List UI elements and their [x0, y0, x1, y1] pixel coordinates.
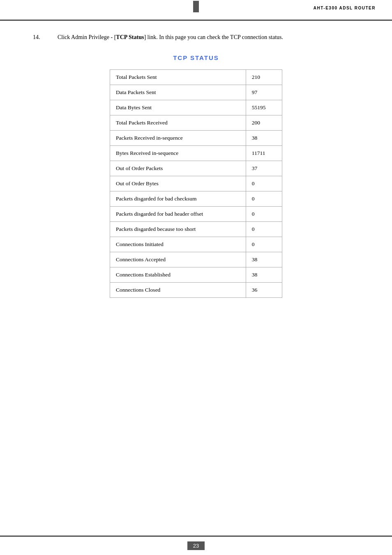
row-label: Connections Closed — [110, 283, 246, 298]
instruction-text: Click Admin Privilege - [TCP Status] lin… — [58, 33, 359, 42]
row-label: Out of Order Bytes — [110, 176, 246, 191]
table-row: Connections Established38 — [110, 267, 282, 283]
row-label: Connections Accepted — [110, 252, 246, 267]
table-row: Packets disgarded for bad header offset0 — [110, 207, 282, 222]
row-label: Bytes Received in-sequence — [110, 146, 246, 161]
row-value: 200 — [246, 115, 282, 131]
header-decoration — [193, 1, 199, 12]
row-value: 0 — [246, 191, 282, 207]
row-value: 38 — [246, 131, 282, 146]
row-label: Connections Established — [110, 267, 246, 283]
row-label: Packets disgarded for bad checksum — [110, 191, 246, 207]
page-content: 14. Click Admin Privilege - [TCP Status]… — [0, 21, 392, 339]
row-value: 0 — [246, 207, 282, 222]
page: AHT-E300 ADSL ROUTER 14. Click Admin Pri… — [0, 0, 392, 555]
row-value: 0 — [246, 222, 282, 237]
row-label: Packets Received in-sequence — [110, 131, 246, 146]
row-label: Packets disgarded because too short — [110, 222, 246, 237]
table-row: Total Packets Sent210 — [110, 70, 282, 85]
row-value: 38 — [246, 267, 282, 283]
row-value: 0 — [246, 237, 282, 252]
row-label: Out of Order Packets — [110, 161, 246, 176]
row-label: Packets disgarded for bad header offset — [110, 207, 246, 222]
row-value: 11711 — [246, 146, 282, 161]
row-value: 37 — [246, 161, 282, 176]
row-value: 36 — [246, 283, 282, 298]
table-row: Bytes Received in-sequence11711 — [110, 146, 282, 161]
page-header: AHT-E300 ADSL ROUTER — [0, 0, 392, 21]
table-row: Connections Initiated0 — [110, 237, 282, 252]
step-number: 14. — [33, 33, 45, 42]
table-row: Out of Order Bytes0 — [110, 176, 282, 191]
page-number: 23 — [187, 541, 205, 550]
row-value: 210 — [246, 70, 282, 85]
row-value: 38 — [246, 252, 282, 267]
table-row: Packets Received in-sequence38 — [110, 131, 282, 146]
table-row: Packets disgarded because too short0 — [110, 222, 282, 237]
table-row: Out of Order Packets37 — [110, 161, 282, 176]
tcp-status-table: Total Packets Sent210Data Packets Sent97… — [110, 69, 282, 298]
table-row: Connections Accepted38 — [110, 252, 282, 267]
header-logo: AHT-E300 ADSL ROUTER — [314, 6, 376, 10]
row-label: Data Bytes Sent — [110, 100, 246, 115]
row-value: 55195 — [246, 100, 282, 115]
page-footer: 23 — [0, 536, 392, 555]
table-row: Packets disgarded for bad checksum0 — [110, 191, 282, 207]
tcp-status-link[interactable]: TCP Status — [116, 34, 144, 40]
row-value: 97 — [246, 85, 282, 100]
row-label: Data Packets Sent — [110, 85, 246, 100]
table-row: Connections Closed36 — [110, 283, 282, 298]
section-title: TCP STATUS — [33, 54, 359, 61]
row-label: Connections Initiated — [110, 237, 246, 252]
table-row: Data Bytes Sent55195 — [110, 100, 282, 115]
instruction-block: 14. Click Admin Privilege - [TCP Status]… — [33, 33, 359, 42]
row-value: 0 — [246, 176, 282, 191]
table-row: Total Packets Received200 — [110, 115, 282, 131]
row-label: Total Packets Received — [110, 115, 246, 131]
table-row: Data Packets Sent97 — [110, 85, 282, 100]
row-label: Total Packets Sent — [110, 70, 246, 85]
tcp-table-wrapper: Total Packets Sent210Data Packets Sent97… — [33, 69, 359, 298]
